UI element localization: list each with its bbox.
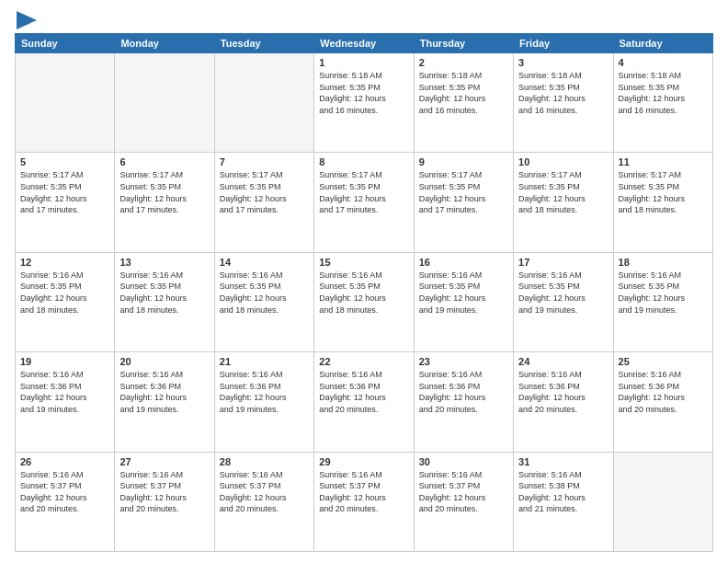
calendar-cell: 21Sunrise: 5:16 AM Sunset: 5:36 PM Dayli… [214, 352, 313, 452]
day-number: 19 [20, 356, 109, 367]
day-number: 9 [419, 156, 508, 167]
day-number: 1 [319, 57, 408, 68]
weekday-header-wednesday: Wednesday [314, 34, 414, 53]
calendar-cell: 6Sunrise: 5:17 AM Sunset: 5:35 PM Daylig… [115, 153, 214, 252]
day-info: Sunrise: 5:16 AM Sunset: 5:37 PM Dayligh… [319, 469, 408, 515]
day-info: Sunrise: 5:17 AM Sunset: 5:35 PM Dayligh… [20, 169, 109, 215]
calendar-cell: 19Sunrise: 5:16 AM Sunset: 5:36 PM Dayli… [16, 352, 115, 452]
day-number: 10 [518, 156, 608, 167]
day-info: Sunrise: 5:16 AM Sunset: 5:35 PM Dayligh… [319, 270, 408, 316]
day-number: 7 [220, 156, 309, 167]
day-info: Sunrise: 5:16 AM Sunset: 5:35 PM Dayligh… [220, 270, 309, 316]
week-row-5: 26Sunrise: 5:16 AM Sunset: 5:37 PM Dayli… [16, 452, 713, 551]
weekday-header-monday: Monday [115, 34, 214, 53]
calendar-cell: 18Sunrise: 5:16 AM Sunset: 5:35 PM Dayli… [613, 252, 712, 351]
calendar-cell: 31Sunrise: 5:16 AM Sunset: 5:38 PM Dayli… [514, 452, 613, 551]
day-number: 31 [518, 456, 608, 467]
day-number: 2 [419, 57, 508, 68]
day-number: 16 [419, 257, 508, 268]
calendar-cell: 13Sunrise: 5:16 AM Sunset: 5:35 PM Dayli… [115, 252, 214, 351]
header [15, 11, 713, 29]
day-info: Sunrise: 5:16 AM Sunset: 5:38 PM Dayligh… [518, 469, 608, 515]
day-info: Sunrise: 5:18 AM Sunset: 5:35 PM Dayligh… [319, 70, 408, 116]
week-row-2: 5Sunrise: 5:17 AM Sunset: 5:35 PM Daylig… [16, 153, 713, 252]
day-info: Sunrise: 5:18 AM Sunset: 5:35 PM Dayligh… [419, 70, 508, 116]
week-row-4: 19Sunrise: 5:16 AM Sunset: 5:36 PM Dayli… [16, 352, 713, 452]
calendar-cell: 23Sunrise: 5:16 AM Sunset: 5:36 PM Dayli… [414, 352, 513, 452]
day-info: Sunrise: 5:17 AM Sunset: 5:35 PM Dayligh… [619, 169, 708, 215]
day-info: Sunrise: 5:16 AM Sunset: 5:36 PM Dayligh… [619, 369, 708, 415]
calendar-cell: 29Sunrise: 5:16 AM Sunset: 5:37 PM Dayli… [314, 452, 414, 551]
day-number: 27 [119, 456, 209, 467]
day-number: 23 [419, 356, 508, 367]
day-info: Sunrise: 5:16 AM Sunset: 5:36 PM Dayligh… [319, 369, 408, 415]
calendar-cell: 9Sunrise: 5:17 AM Sunset: 5:35 PM Daylig… [414, 153, 513, 252]
calendar-cell: 5Sunrise: 5:17 AM Sunset: 5:35 PM Daylig… [16, 153, 115, 252]
week-row-1: 1Sunrise: 5:18 AM Sunset: 5:35 PM Daylig… [16, 53, 713, 153]
week-row-3: 12Sunrise: 5:16 AM Sunset: 5:35 PM Dayli… [16, 252, 713, 351]
day-number: 13 [119, 257, 209, 268]
day-info: Sunrise: 5:17 AM Sunset: 5:35 PM Dayligh… [220, 169, 309, 215]
day-number: 21 [220, 356, 309, 367]
calendar-cell: 27Sunrise: 5:16 AM Sunset: 5:37 PM Dayli… [115, 452, 214, 551]
logo-arrow-icon [17, 11, 37, 33]
calendar-cell [214, 53, 313, 153]
day-number: 22 [319, 356, 408, 367]
day-number: 30 [419, 456, 508, 467]
day-number: 18 [619, 257, 708, 268]
day-info: Sunrise: 5:17 AM Sunset: 5:35 PM Dayligh… [518, 169, 608, 215]
weekday-header-row: SundayMondayTuesdayWednesdayThursdayFrid… [16, 34, 713, 53]
day-number: 4 [619, 57, 708, 68]
calendar-cell: 26Sunrise: 5:16 AM Sunset: 5:37 PM Dayli… [16, 452, 115, 551]
calendar-cell: 17Sunrise: 5:16 AM Sunset: 5:35 PM Dayli… [514, 252, 613, 351]
day-info: Sunrise: 5:16 AM Sunset: 5:37 PM Dayligh… [20, 469, 109, 515]
day-info: Sunrise: 5:16 AM Sunset: 5:36 PM Dayligh… [518, 369, 608, 415]
day-info: Sunrise: 5:17 AM Sunset: 5:35 PM Dayligh… [319, 169, 408, 215]
day-number: 5 [20, 156, 109, 167]
day-info: Sunrise: 5:16 AM Sunset: 5:37 PM Dayligh… [419, 469, 508, 515]
day-number: 25 [619, 356, 708, 367]
calendar-cell: 14Sunrise: 5:16 AM Sunset: 5:35 PM Dayli… [214, 252, 313, 351]
svg-marker-0 [17, 11, 37, 29]
weekday-header-tuesday: Tuesday [214, 34, 313, 53]
weekday-header-thursday: Thursday [414, 34, 513, 53]
calendar-cell: 11Sunrise: 5:17 AM Sunset: 5:35 PM Dayli… [613, 153, 712, 252]
day-info: Sunrise: 5:16 AM Sunset: 5:36 PM Dayligh… [20, 369, 109, 415]
day-info: Sunrise: 5:16 AM Sunset: 5:37 PM Dayligh… [119, 469, 209, 515]
day-info: Sunrise: 5:18 AM Sunset: 5:35 PM Dayligh… [518, 70, 608, 116]
calendar-cell: 3Sunrise: 5:18 AM Sunset: 5:35 PM Daylig… [514, 53, 613, 153]
day-number: 26 [20, 456, 109, 467]
day-number: 6 [119, 156, 209, 167]
calendar-cell: 24Sunrise: 5:16 AM Sunset: 5:36 PM Dayli… [514, 352, 613, 452]
day-number: 24 [518, 356, 608, 367]
calendar-cell: 30Sunrise: 5:16 AM Sunset: 5:37 PM Dayli… [414, 452, 513, 551]
day-info: Sunrise: 5:18 AM Sunset: 5:35 PM Dayligh… [619, 70, 708, 116]
calendar-cell: 12Sunrise: 5:16 AM Sunset: 5:35 PM Dayli… [16, 252, 115, 351]
day-info: Sunrise: 5:16 AM Sunset: 5:35 PM Dayligh… [518, 270, 608, 316]
day-number: 28 [220, 456, 309, 467]
day-info: Sunrise: 5:16 AM Sunset: 5:36 PM Dayligh… [220, 369, 309, 415]
calendar-cell: 20Sunrise: 5:16 AM Sunset: 5:36 PM Dayli… [115, 352, 214, 452]
weekday-header-saturday: Saturday [613, 34, 712, 53]
calendar-cell [115, 53, 214, 153]
calendar-cell: 7Sunrise: 5:17 AM Sunset: 5:35 PM Daylig… [214, 153, 313, 252]
calendar-table: SundayMondayTuesdayWednesdayThursdayFrid… [15, 33, 713, 552]
day-number: 11 [619, 156, 708, 167]
day-info: Sunrise: 5:16 AM Sunset: 5:35 PM Dayligh… [619, 270, 708, 316]
day-info: Sunrise: 5:16 AM Sunset: 5:36 PM Dayligh… [119, 369, 209, 415]
logo-line1 [15, 11, 37, 33]
calendar-cell [16, 53, 115, 153]
day-info: Sunrise: 5:16 AM Sunset: 5:35 PM Dayligh… [20, 270, 109, 316]
day-number: 29 [319, 456, 408, 467]
day-info: Sunrise: 5:17 AM Sunset: 5:35 PM Dayligh… [419, 169, 508, 215]
calendar-cell: 15Sunrise: 5:16 AM Sunset: 5:35 PM Dayli… [314, 252, 414, 351]
day-info: Sunrise: 5:16 AM Sunset: 5:36 PM Dayligh… [419, 369, 508, 415]
calendar-cell: 10Sunrise: 5:17 AM Sunset: 5:35 PM Dayli… [514, 153, 613, 252]
calendar-cell: 4Sunrise: 5:18 AM Sunset: 5:35 PM Daylig… [613, 53, 712, 153]
page: SundayMondayTuesdayWednesdayThursdayFrid… [0, 0, 728, 563]
calendar-cell: 8Sunrise: 5:17 AM Sunset: 5:35 PM Daylig… [314, 153, 414, 252]
day-info: Sunrise: 5:16 AM Sunset: 5:35 PM Dayligh… [419, 270, 508, 316]
day-number: 17 [518, 257, 608, 268]
calendar-cell: 28Sunrise: 5:16 AM Sunset: 5:37 PM Dayli… [214, 452, 313, 551]
day-number: 14 [220, 257, 309, 268]
